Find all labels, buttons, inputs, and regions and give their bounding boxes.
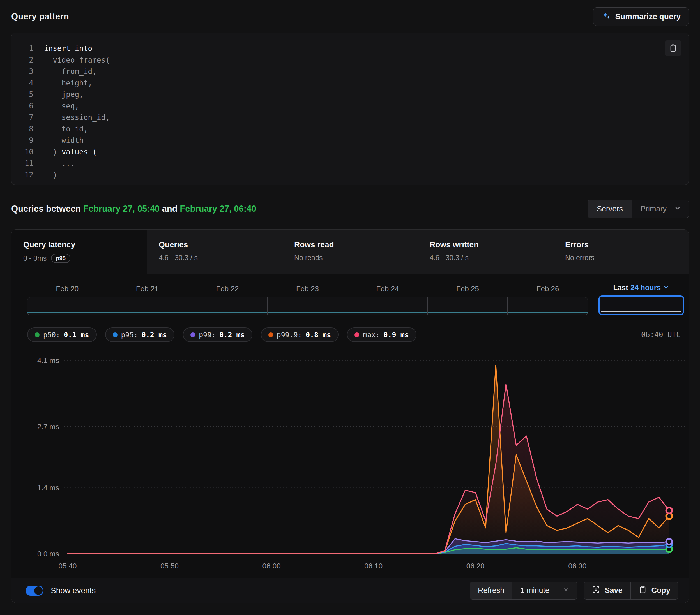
refresh-group: Refresh 1 minute (470, 582, 578, 600)
day-cell-feb-22[interactable] (187, 297, 267, 315)
day-cell-feb-26[interactable] (508, 297, 588, 315)
day-cell-feb-23[interactable] (267, 297, 348, 315)
legend-pill-max[interactable]: max:0.9 ms (347, 328, 416, 342)
clipboard-icon (669, 44, 677, 53)
summarize-query-label: Summarize query (615, 12, 680, 21)
show-events-toggle[interactable] (26, 586, 43, 595)
series-label: p95: (121, 331, 138, 339)
selected-range-cell[interactable] (599, 295, 684, 315)
legend-pill-p50[interactable]: p50:0.1 ms (27, 328, 97, 342)
day-sparkline (508, 312, 588, 313)
tab-subtitle: 4.6 - 30.3 / s (159, 254, 282, 262)
line-number: 9 (12, 135, 33, 146)
line-number: 7 (12, 112, 33, 123)
series-label: p99.9: (277, 331, 302, 339)
tab-queries[interactable]: Queries4.6 - 30.3 / s (147, 230, 282, 274)
tab-subtitle: 4.6 - 30.3 / s (430, 254, 553, 262)
svg-text:0.0 ms: 0.0 ms (37, 550, 59, 558)
chevron-down-icon (563, 586, 569, 595)
series-value: 0.2 ms (142, 331, 167, 339)
refresh-interval-select[interactable]: 1 minute (512, 582, 577, 599)
line-number: 1 (12, 43, 33, 54)
tab-subtitle: No errors (565, 254, 688, 262)
series-dot (354, 332, 359, 337)
code-line: 10 ) values ( (12, 146, 688, 158)
day-sparkline (428, 312, 508, 313)
day-cell-feb-20[interactable] (27, 297, 108, 315)
code-line: 9 width (12, 135, 688, 146)
day-column: Feb 23 (267, 284, 348, 315)
query-pattern-code: 1insert into2 video_frames(3 from_id,4 h… (11, 33, 689, 185)
code-text: width (44, 135, 84, 146)
selected-sparkline (601, 311, 682, 312)
tab-title: Errors (565, 240, 688, 249)
day-cell-feb-24[interactable] (348, 297, 428, 315)
copy-code-button[interactable] (665, 40, 681, 56)
sparkles-icon (601, 11, 611, 23)
save-icon (592, 585, 600, 595)
code-line: 11 ... (12, 158, 688, 169)
range-start-date: February 27, 05:40 (83, 204, 160, 214)
tab-title: Query latency (23, 240, 147, 249)
svg-text:06:20: 06:20 (466, 562, 485, 570)
legend-pill-p95[interactable]: p95:0.2 ms (105, 328, 175, 342)
series-dot (113, 332, 117, 337)
last-24-hours-dropdown[interactable]: Last 24 hours (599, 283, 684, 292)
code-text: jpeg, (44, 89, 84, 100)
line-number: 11 (12, 158, 33, 169)
copy-button[interactable]: Copy (630, 582, 678, 599)
day-sparkline (267, 312, 348, 313)
save-copy-group: Save Copy (584, 582, 678, 600)
svg-text:06:10: 06:10 (364, 562, 383, 570)
range-end-date: February 27, 06:40 (180, 204, 256, 214)
tab-rows-written[interactable]: Rows written4.6 - 30.3 / s (417, 230, 553, 274)
series-value: 0.1 ms (64, 331, 89, 339)
day-label: Feb 25 (428, 284, 508, 293)
tab-title: Queries (159, 240, 282, 249)
tab-rows-read[interactable]: Rows readNo reads (282, 230, 417, 274)
server-select[interactable]: Primary (632, 200, 688, 218)
day-cell-feb-25[interactable] (428, 297, 508, 315)
day-column: Feb 22 (187, 284, 267, 315)
svg-text:05:50: 05:50 (160, 562, 179, 570)
chevron-down-icon (663, 283, 669, 292)
code-line: 2 video_frames( (12, 54, 688, 66)
legend-pill-p99-9[interactable]: p99.9:0.8 ms (261, 328, 339, 342)
save-button[interactable]: Save (584, 582, 630, 599)
series-dot (268, 332, 273, 337)
day-label: Feb 20 (27, 284, 108, 293)
latency-chart[interactable]: 0.0 ms1.4 ms2.7 ms4.1 ms05:4005:5006:000… (12, 346, 688, 578)
day-column: Feb 24 (348, 284, 428, 315)
svg-text:2.7 ms: 2.7 ms (37, 422, 59, 431)
series-label: p50: (43, 331, 60, 339)
servers-label: Servers (588, 200, 632, 218)
range-and: and (162, 204, 177, 214)
day-label: Feb 21 (108, 284, 188, 293)
day-column: Feb 25 (428, 284, 508, 315)
line-number: 10 (12, 146, 33, 158)
code-line: 4 height, (12, 77, 688, 89)
chevron-down-icon (674, 204, 681, 214)
line-number: 12 (12, 169, 33, 181)
refresh-button[interactable]: Refresh (470, 582, 512, 599)
tab-query-latency[interactable]: Query latency0 - 0msp95 (12, 230, 147, 274)
servers-control: Servers Primary (588, 200, 689, 218)
code-text: from_id, (44, 66, 97, 77)
legend-pill-p99[interactable]: p99:0.2 ms (183, 328, 252, 342)
day-cell-feb-21[interactable] (108, 297, 188, 315)
tab-errors[interactable]: ErrorsNo errors (553, 230, 688, 274)
day-column: Feb 20 (27, 284, 108, 315)
day-label: Feb 22 (187, 284, 267, 293)
line-number: 4 (12, 77, 33, 89)
tab-title: Rows read (294, 240, 417, 249)
series-value: 0.8 ms (306, 331, 331, 339)
day-column: Feb 21 (108, 284, 188, 315)
code-line: 5 jpeg, (12, 89, 688, 100)
summarize-query-button[interactable]: Summarize query (593, 7, 689, 26)
range-value-label: 24 hours (630, 283, 661, 292)
code-text: to_id, (44, 123, 88, 135)
line-number: 3 (12, 66, 33, 77)
page-title: Query pattern (11, 12, 69, 22)
series-value: 0.2 ms (219, 331, 245, 339)
toggle-knob (34, 586, 42, 595)
